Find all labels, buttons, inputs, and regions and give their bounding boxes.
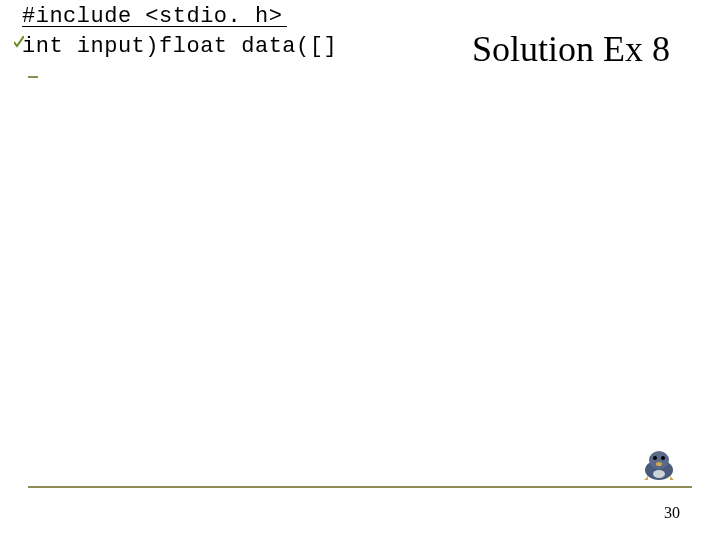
svg-point-1 [649,451,669,469]
underline-decoration [22,26,287,27]
svg-point-2 [653,456,657,460]
slide-title: Solution Ex 8 [472,28,670,70]
footer-divider [28,486,692,488]
content-marker [28,76,38,78]
mascot-icon [638,440,680,482]
svg-point-5 [653,470,665,478]
svg-point-4 [656,462,662,466]
svg-point-3 [661,456,665,460]
page-number: 30 [664,504,680,522]
code-line-signature: int input)float data([] [22,34,337,59]
